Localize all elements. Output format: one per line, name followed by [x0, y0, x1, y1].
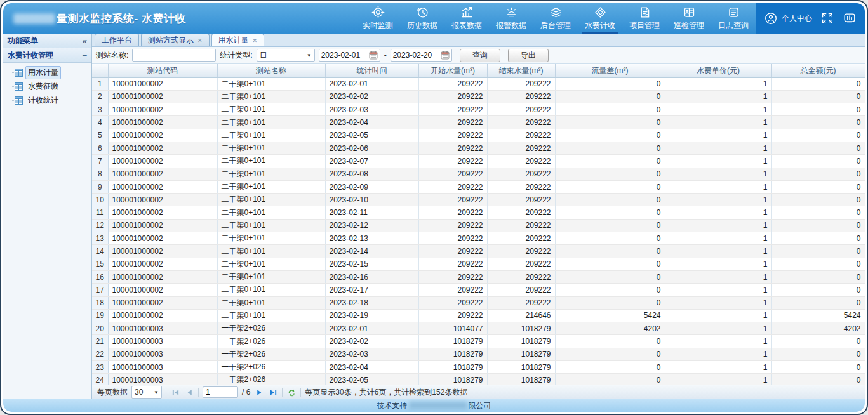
nav-item-log[interactable]: 日志查询 [711, 3, 756, 34]
table-cell: 100001000002 [108, 232, 217, 245]
table-cell: 二干渠0+101 [217, 309, 325, 322]
col-header-stat-time[interactable]: 统计时间 [325, 64, 418, 77]
nav-item-realtime[interactable]: 实时监测 [356, 3, 400, 34]
table-cell: 1018279 [418, 361, 487, 374]
table-row[interactable]: 15100001000002二干渠0+1012023-02-1520922220… [92, 258, 865, 270]
table-cell: 1 [665, 348, 771, 360]
table-cell: 1 [665, 168, 771, 180]
table-cell: 二干渠0+101 [217, 180, 325, 193]
table-row[interactable]: 22100001000003一干渠2+0262023-02-0310182791… [92, 348, 865, 360]
nav-item-report[interactable]: 报表数据 [444, 3, 489, 34]
table-cell: 209222 [487, 142, 555, 154]
tab-workbench[interactable]: 工作平台 [95, 34, 139, 46]
station-name-input[interactable] [132, 49, 216, 62]
table-row[interactable]: 14100001000002二干渠0+1012023-02-1420922220… [92, 245, 865, 258]
tab-station-display[interactable]: 测站方式显示 ✕ [141, 34, 210, 46]
table-row[interactable]: 21100001000003一干渠2+0262023-02-0210182791… [92, 335, 865, 348]
sidebar: 功能菜单 « 水费计收管理 − 用水计量 水费征缴 计收统计 [3, 34, 92, 399]
table-cell: 0 [555, 129, 665, 142]
table-cell: 100001000003 [108, 361, 217, 374]
per-page-select[interactable]: 30 ▼ [131, 386, 162, 399]
prev-page-button[interactable] [184, 387, 194, 397]
dashboard-chart-icon[interactable] [843, 11, 857, 25]
table-row[interactable]: 16100001000002二干渠0+1012023-02-1620922220… [92, 270, 865, 283]
stat-type-select[interactable]: 日 ▼ [257, 49, 315, 62]
nav-item-billing[interactable]: 水费计收 [578, 3, 622, 34]
table-row[interactable]: 20100001000003一干渠2+0262023-02-0110140771… [92, 322, 865, 335]
table-row[interactable]: 9100001000002二干渠0+1012023-02-09209222209… [92, 180, 865, 193]
support-prefix: 技术支持 [377, 400, 408, 411]
table-row[interactable]: 7100001000002二干渠0+1012023-02-07209222209… [92, 155, 865, 168]
sidebar-menu-title: 功能菜单 [8, 36, 38, 46]
table-cell: 二干渠0+101 [217, 155, 325, 168]
sidebar-section-header[interactable]: 水费计收管理 − [3, 48, 91, 63]
refresh-button[interactable] [286, 387, 297, 397]
table-row[interactable]: 17100001000002二干渠0+1012023-02-1720922220… [92, 284, 865, 296]
table-cell: 1 [665, 258, 771, 270]
table-row[interactable]: 10100001000002二干渠0+1012023-02-1020922220… [92, 194, 865, 206]
table-row[interactable]: 24100001000003一干渠2+0262023-02-0510182791… [92, 374, 865, 385]
table-row[interactable]: 5100001000002二干渠0+1012023-02-05209222209… [92, 129, 865, 142]
table-row[interactable]: 13100001000002二干渠0+1012023-02-1320922220… [92, 232, 865, 245]
table-row[interactable]: 6100001000002二干渠0+1012023-02-06209222209… [92, 142, 865, 154]
table-cell: 0 [771, 219, 865, 232]
table-row[interactable]: 12100001000002二干渠0+1012023-02-1220922220… [92, 219, 865, 232]
table-cell: 0 [771, 296, 865, 309]
table-row[interactable]: 2100001000002二干渠0+1012023-02-02209222209… [92, 90, 865, 103]
table-row[interactable]: 23100001000003一干渠2+0262023-02-0410182791… [92, 361, 865, 374]
inspection-book-icon [683, 6, 696, 19]
sidebar-item-fee-collection[interactable]: 水费征缴 [6, 79, 89, 93]
sidebar-collapse-icon[interactable]: « [83, 37, 87, 45]
table-cell: 100001000002 [108, 103, 217, 116]
col-header-start-volume[interactable]: 开始水量(m³) [418, 64, 487, 77]
nav-item-inspection[interactable]: 巡检管理 [667, 3, 711, 34]
nav-item-alarm[interactable]: 报警数据 [489, 3, 533, 34]
table-row[interactable]: 19100001000002二干渠0+1012023-02-1920922221… [92, 309, 865, 322]
query-button[interactable]: 查询 [460, 49, 500, 62]
col-header-unit-price[interactable]: 水费单价(元) [665, 64, 771, 77]
table-cell: 0 [555, 142, 665, 154]
user-center-button[interactable]: 个人中心 [764, 11, 812, 25]
col-header-total-amount[interactable]: 总金额(元) [771, 64, 865, 77]
table-row[interactable]: 3100001000002二干渠0+1012023-02-03209222209… [92, 103, 865, 116]
close-icon[interactable]: ✕ [253, 37, 258, 44]
table-cell: 2023-02-04 [325, 361, 418, 374]
table-cell: 0 [555, 116, 665, 129]
export-button[interactable]: 导出 [508, 49, 549, 62]
row-number-cell: 23 [92, 361, 108, 374]
nav-item-admin[interactable]: 后台管理 [533, 3, 578, 34]
table-row[interactable]: 11100001000002二干渠0+1012023-02-1120922220… [92, 206, 865, 219]
table-cell: 二干渠0+101 [217, 116, 325, 129]
table-cell: 0 [771, 129, 865, 142]
first-page-button[interactable] [170, 387, 180, 397]
table-cell: 2023-02-11 [325, 206, 418, 219]
date-to-field[interactable]: 2023-02-20 [391, 49, 452, 62]
row-number-cell: 5 [92, 129, 108, 142]
collapse-minus-icon[interactable]: − [82, 51, 87, 60]
history-clock-icon [416, 6, 429, 19]
nav-label: 巡检管理 [674, 20, 704, 31]
col-header-station-code[interactable]: 测站代码 [108, 64, 217, 77]
col-header-flow-diff[interactable]: 流量差(m³) [555, 64, 665, 77]
table-row[interactable]: 4100001000002二干渠0+1012023-02-04209222209… [92, 116, 865, 129]
date-from-field[interactable]: 2023-02-01 [319, 49, 380, 62]
nav-item-project[interactable]: 项目管理 [622, 3, 667, 34]
page-number-input[interactable] [203, 386, 238, 398]
col-header-station-name[interactable]: 测站名称 [217, 64, 325, 77]
sidebar-item-billing-stats[interactable]: 计收统计 [6, 93, 89, 107]
next-page-button[interactable] [254, 387, 264, 397]
col-header-end-volume[interactable]: 结束水量(m³) [487, 64, 555, 77]
table-row[interactable]: 18100001000002二干渠0+1012023-02-1820922220… [92, 296, 865, 309]
table-row[interactable]: 1100001000002二干渠0+1012023-02-01209222209… [92, 77, 865, 90]
table-cell: 100001000002 [108, 284, 217, 296]
table-cell: 0 [555, 194, 665, 206]
table-cell: 0 [771, 168, 865, 180]
tab-water-metering[interactable]: 用水计量 ✕ [211, 34, 265, 46]
table-row[interactable]: 8100001000002二干渠0+1012023-02-08209222209… [92, 168, 865, 180]
table-cell: 2023-02-01 [325, 77, 418, 90]
sidebar-item-water-metering[interactable]: 用水计量 [6, 65, 89, 79]
nav-item-history[interactable]: 历史数据 [400, 3, 444, 34]
fullscreen-icon[interactable] [820, 11, 834, 25]
last-page-button[interactable] [268, 387, 278, 397]
close-icon[interactable]: ✕ [197, 37, 203, 44]
